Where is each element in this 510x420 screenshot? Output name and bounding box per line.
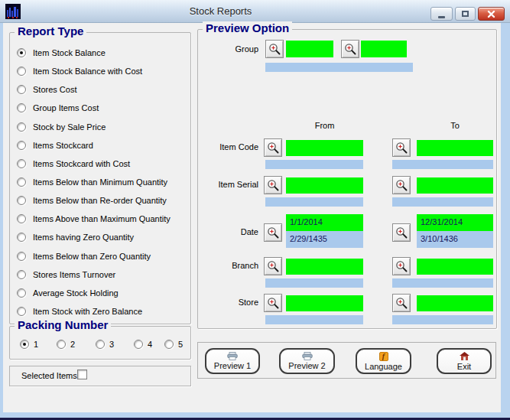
language-button[interactable]: f Language bbox=[356, 348, 411, 374]
date-to-search-button[interactable] bbox=[392, 223, 411, 242]
report-option-label: Items Above than Maximum Quantity bbox=[33, 214, 171, 223]
store-to-input[interactable] bbox=[417, 295, 493, 311]
close-button[interactable] bbox=[478, 7, 505, 21]
preview-1-button[interactable]: Preview 1 bbox=[205, 348, 260, 374]
store-to-search-button[interactable] bbox=[392, 294, 411, 312]
item-serial-from-search-button[interactable] bbox=[264, 176, 282, 194]
report-option-radio[interactable] bbox=[17, 85, 26, 94]
item-serial-to-input[interactable] bbox=[417, 177, 493, 194]
magnifier-plus-icon bbox=[395, 260, 408, 273]
maximize-button[interactable] bbox=[455, 7, 476, 21]
branch-from-input[interactable] bbox=[286, 259, 363, 275]
packing-radio[interactable] bbox=[96, 340, 105, 349]
exit-label: Exit bbox=[457, 362, 471, 371]
packing-option-item[interactable]: 1 bbox=[20, 340, 38, 349]
group-from-input[interactable] bbox=[286, 41, 333, 57]
printer-icon bbox=[227, 352, 238, 360]
packing-option-item[interactable]: 3 bbox=[96, 340, 114, 349]
report-option-radio[interactable] bbox=[17, 270, 26, 279]
report-option-label: Group Items Cost bbox=[33, 103, 99, 112]
report-option-radio[interactable] bbox=[17, 122, 26, 132]
window-title: Stock Reports bbox=[23, 5, 418, 17]
packing-label: 1 bbox=[34, 340, 38, 349]
date-to-hijri-field: 3/10/1436 bbox=[417, 231, 493, 248]
report-option-item[interactable]: Item Stock Balance bbox=[17, 44, 188, 62]
date-label: Date bbox=[184, 227, 258, 236]
packing-option-item[interactable]: 4 bbox=[134, 340, 152, 349]
preview-option-title: Preview Option bbox=[203, 21, 292, 34]
packing-label: 3 bbox=[109, 340, 114, 349]
item-serial-from-input[interactable] bbox=[286, 177, 363, 194]
minimize-button[interactable] bbox=[430, 7, 453, 21]
magnifier-plus-icon bbox=[395, 297, 408, 310]
preview-2-button[interactable]: Preview 2 bbox=[279, 348, 335, 374]
report-option-radio[interactable] bbox=[17, 214, 26, 223]
packing-radio[interactable] bbox=[57, 340, 66, 349]
item-serial-label: Item Serial bbox=[184, 180, 258, 189]
report-option-radio[interactable] bbox=[17, 177, 26, 187]
item-code-from-search-button[interactable] bbox=[264, 138, 282, 157]
exit-door-icon bbox=[460, 352, 469, 361]
report-option-item[interactable]: Items Below than Zero Quantity bbox=[17, 247, 188, 265]
report-type-title: Report Type bbox=[15, 24, 86, 37]
report-option-radio[interactable] bbox=[17, 67, 26, 76]
store-from-search-button[interactable] bbox=[264, 294, 282, 312]
report-option-item[interactable]: Items Below than Minimum Quantity bbox=[17, 173, 188, 191]
date-from-input[interactable]: 1/1/2014 bbox=[286, 214, 363, 231]
report-option-item[interactable]: Stock by Sale Price bbox=[17, 118, 188, 136]
packing-radio[interactable] bbox=[164, 340, 174, 349]
report-option-radio[interactable] bbox=[17, 233, 26, 242]
branch-to-search-button[interactable] bbox=[392, 257, 411, 275]
packing-radio[interactable] bbox=[134, 340, 143, 349]
date-to-input[interactable]: 12/31/2014 bbox=[417, 214, 493, 231]
group-to-input[interactable] bbox=[361, 41, 407, 57]
report-option-item[interactable]: Item Stock Balance with Cost bbox=[17, 62, 188, 80]
date-from-search-button[interactable] bbox=[264, 223, 282, 242]
report-option-item[interactable]: Items Stockcard with Cost bbox=[17, 155, 188, 173]
report-option-item[interactable]: Group Items Cost bbox=[17, 99, 188, 117]
item-code-to-input[interactable] bbox=[417, 140, 493, 156]
report-option-item[interactable]: Items Stockcard bbox=[17, 136, 188, 155]
exit-button[interactable]: Exit bbox=[437, 348, 492, 374]
item-code-from-input[interactable] bbox=[286, 140, 363, 156]
window-border-bottom bbox=[0, 412, 510, 418]
app-icon bbox=[5, 4, 21, 19]
selected-items-checkbox[interactable] bbox=[77, 370, 87, 379]
report-option-label: Items Stockcard bbox=[33, 141, 93, 150]
report-option-item[interactable]: Stores Cost bbox=[17, 80, 188, 99]
packing-radio[interactable] bbox=[20, 340, 29, 349]
store-label: Store bbox=[184, 298, 258, 307]
window-border-left bbox=[0, 23, 3, 418]
packing-label: 2 bbox=[70, 340, 75, 349]
magnifier-plus-icon bbox=[395, 226, 408, 239]
to-column-header: To bbox=[417, 121, 493, 130]
branch-to-input[interactable] bbox=[417, 259, 493, 275]
report-option-radio[interactable] bbox=[17, 141, 26, 150]
report-option-radio[interactable] bbox=[17, 288, 26, 298]
packing-option-item[interactable]: 2 bbox=[57, 340, 75, 349]
report-option-radio[interactable] bbox=[17, 252, 26, 261]
report-option-item[interactable]: Average Stock Holding bbox=[17, 284, 188, 302]
report-type-list: Item Stock Balance Item Stock Balance wi… bbox=[17, 44, 188, 321]
report-option-radio[interactable] bbox=[17, 159, 26, 168]
report-option-radio[interactable] bbox=[17, 307, 26, 316]
report-option-radio[interactable] bbox=[17, 196, 26, 205]
report-option-radio[interactable] bbox=[17, 48, 26, 57]
group-search-button-2[interactable] bbox=[341, 40, 359, 58]
report-option-item[interactable]: Items Below than Re-order Quantity bbox=[17, 191, 188, 210]
report-option-radio[interactable] bbox=[17, 103, 26, 112]
magnifier-plus-icon bbox=[268, 43, 281, 56]
language-icon: f bbox=[379, 352, 388, 361]
language-label: Language bbox=[365, 362, 402, 371]
item-serial-to-search-button[interactable] bbox=[392, 176, 411, 194]
report-option-item[interactable]: Items Above than Maximum Quantity bbox=[17, 210, 188, 228]
item-code-to-search-button[interactable] bbox=[392, 138, 411, 157]
magnifier-plus-icon bbox=[267, 297, 280, 310]
report-option-item[interactable]: Items having Zero Quantity bbox=[17, 228, 188, 246]
report-option-label: Items Stockcard with Cost bbox=[33, 159, 130, 168]
group-search-button-1[interactable] bbox=[265, 40, 284, 58]
report-option-item[interactable]: Stores Items Turnover bbox=[17, 265, 188, 284]
branch-from-search-button[interactable] bbox=[264, 257, 282, 275]
packing-option-item[interactable]: 5 bbox=[164, 340, 183, 349]
store-from-input[interactable] bbox=[286, 295, 363, 311]
